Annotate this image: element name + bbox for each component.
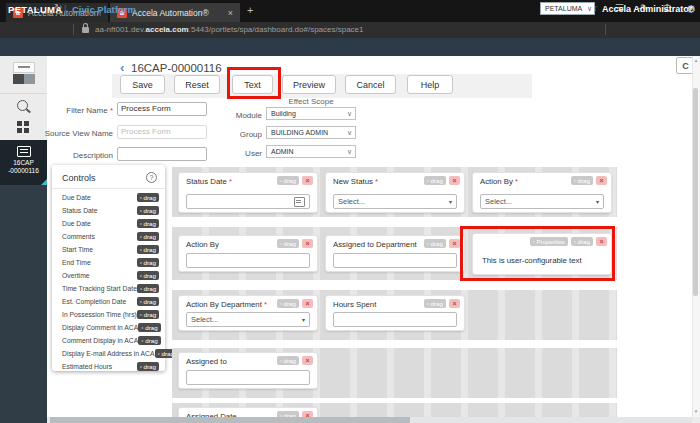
user-select[interactable]: ADMIN∨ bbox=[266, 145, 356, 158]
apps-grid-icon[interactable] bbox=[17, 121, 29, 133]
control-item-due-date: Due Date◦ drag bbox=[52, 191, 165, 204]
remove-field-button[interactable]: × bbox=[596, 176, 607, 185]
cancel-button[interactable]: Cancel bbox=[345, 75, 396, 94]
tab-title: Accela Automation® bbox=[132, 8, 223, 18]
gear-icon[interactable]: ⚙ bbox=[686, 3, 696, 16]
help-button[interactable]: Help bbox=[407, 75, 453, 94]
module-select[interactable]: Building∨ bbox=[266, 107, 356, 120]
drag-handle[interactable]: ◦ drag bbox=[137, 271, 159, 280]
drag-handle[interactable]: ◦ drag bbox=[571, 176, 593, 185]
drag-handle[interactable]: ◦ drag bbox=[137, 206, 159, 215]
control-item-time-tracking-start-date: Time Tracking Start Date◦ drag bbox=[52, 282, 165, 295]
back-chevron-icon[interactable]: ‹ bbox=[120, 60, 124, 75]
drag-handle[interactable]: ◦ drag bbox=[277, 239, 299, 248]
caret-down-icon: ▾ bbox=[596, 198, 599, 205]
assigned-to-input[interactable] bbox=[186, 370, 310, 385]
group-select[interactable]: BUILDING ADMIN∨ bbox=[266, 126, 356, 139]
scroll-up-icon[interactable]: ▲ bbox=[692, 58, 700, 63]
controls-panel: Controls ? Due Date◦ dragStatus Date◦ dr… bbox=[52, 165, 165, 371]
control-item-est-completion-date: Est. Completion Date◦ drag bbox=[52, 295, 165, 308]
drag-handle[interactable]: ◦ drag bbox=[137, 310, 159, 319]
remove-field-button[interactable]: × bbox=[302, 176, 313, 185]
screen: a Accela Automation® a Accela Automation… bbox=[0, 0, 700, 423]
drag-handle[interactable]: ◦ drag bbox=[137, 245, 159, 254]
drag-handle[interactable]: ◦ drag bbox=[137, 219, 159, 228]
drag-handle[interactable]: ◦ drag bbox=[138, 323, 160, 332]
product-name[interactable]: Civic Platform bbox=[72, 4, 136, 15]
control-item-label: Start Time bbox=[62, 246, 137, 253]
divider bbox=[0, 93, 47, 94]
tab-close-icon[interactable]: × bbox=[228, 8, 233, 18]
description-input[interactable] bbox=[117, 147, 207, 161]
remove-field-button[interactable]: × bbox=[449, 239, 460, 248]
drag-handle[interactable]: ◦ drag bbox=[137, 232, 159, 241]
control-item-in-possession-time-hrs: In Possession Time (hrs)◦ drag bbox=[52, 308, 165, 321]
control-item-label: Comment Display in ACA bbox=[62, 337, 138, 344]
agency-select-value: PETALUMA bbox=[545, 5, 582, 12]
remove-field-button[interactable]: × bbox=[449, 176, 460, 185]
assigned-to-card: ◦ drag×Assigned to bbox=[178, 352, 318, 389]
control-item-start-time: Start Time◦ drag bbox=[52, 243, 165, 256]
new-tab-button[interactable]: + bbox=[247, 4, 253, 16]
status-date-input[interactable] bbox=[186, 194, 310, 209]
save-button[interactable]: Save bbox=[120, 75, 165, 94]
control-item-label: Due Date bbox=[62, 194, 137, 201]
agency-select[interactable]: PETALUMA ∨ bbox=[540, 2, 595, 15]
url-text[interactable]: aa-nft001.dev.accela.com:5443/portlets/s… bbox=[95, 25, 364, 34]
drag-handle[interactable]: ◦ drag bbox=[137, 362, 159, 371]
chevron-down-icon: ∨ bbox=[347, 129, 352, 137]
drag-handle[interactable]: ◦ drag bbox=[137, 284, 159, 293]
filter-name-input[interactable]: Process Form bbox=[117, 102, 207, 116]
drag-handle[interactable]: ◦ drag bbox=[424, 299, 446, 308]
assigned-to-department-input[interactable] bbox=[333, 253, 457, 268]
scroll-down-icon[interactable]: ▼ bbox=[692, 409, 700, 414]
control-item-estimated-hours: Estimated Hours◦ drag bbox=[52, 360, 165, 373]
action-by-input[interactable] bbox=[186, 253, 310, 268]
hours-spent-card: ◦ drag×Hours Spent bbox=[325, 295, 465, 331]
drag-handle[interactable]: ◦ drag bbox=[424, 176, 446, 185]
group-label: Group bbox=[222, 130, 262, 139]
control-item-label: Comments bbox=[62, 233, 137, 240]
lock-icon bbox=[82, 27, 89, 33]
search-icon[interactable] bbox=[17, 100, 28, 111]
new-status-select[interactable]: Select...▾ bbox=[333, 194, 457, 209]
annotation-box-text-button bbox=[227, 67, 281, 99]
calendar-icon[interactable] bbox=[294, 197, 305, 207]
drag-handle[interactable]: ◦ drag bbox=[137, 193, 159, 202]
remove-field-button[interactable]: × bbox=[449, 299, 460, 308]
accela-logo-icon[interactable] bbox=[13, 62, 35, 84]
drag-handle[interactable]: ◦ drag bbox=[138, 336, 160, 345]
vertical-scrollbar-thumb[interactable] bbox=[693, 88, 698, 296]
divider bbox=[73, 24, 74, 35]
assigned-to-department-card: ◦ drag×Assigned to Department bbox=[325, 235, 465, 272]
remove-field-button[interactable]: × bbox=[302, 299, 313, 308]
preview-button[interactable]: Preview bbox=[282, 75, 336, 94]
field-label: New Status * bbox=[333, 177, 378, 186]
remove-field-button[interactable]: × bbox=[302, 239, 313, 248]
control-item-label: Due Date bbox=[62, 220, 137, 227]
record-doc-icon bbox=[17, 146, 31, 157]
remove-field-button[interactable]: × bbox=[302, 356, 313, 365]
divider bbox=[605, 24, 606, 35]
drag-handle[interactable]: ◦ drag bbox=[137, 297, 159, 306]
action-by-department-select[interactable]: Select...▾ bbox=[186, 312, 310, 327]
drag-handle[interactable]: ◦ drag bbox=[424, 239, 446, 248]
control-item-label: Display Comment in ACA bbox=[62, 324, 138, 331]
reset-button[interactable]: Reset bbox=[174, 75, 220, 94]
logged-in-user[interactable]: Accela Administrator bbox=[602, 4, 692, 14]
drag-handle[interactable]: ◦ drag bbox=[277, 299, 299, 308]
drag-handle[interactable]: ◦ drag bbox=[277, 356, 299, 365]
drag-handle[interactable]: ◦ drag bbox=[277, 176, 299, 185]
field-label: Action By * bbox=[480, 177, 518, 186]
horizontal-scrollbar-thumb[interactable] bbox=[50, 417, 410, 423]
control-item-label: End Time bbox=[62, 259, 137, 266]
page-title: 16CAP-00000116 bbox=[131, 62, 222, 74]
action-by-select[interactable]: Select...▾ bbox=[480, 194, 604, 209]
help-icon[interactable]: ? bbox=[146, 172, 157, 183]
chevron-down-icon: ∨ bbox=[347, 110, 352, 118]
control-item-display-comment-in-aca: Display Comment in ACA◦ drag bbox=[52, 321, 165, 334]
drag-handle[interactable]: ◦ drag bbox=[137, 258, 159, 267]
hours-spent-input[interactable] bbox=[333, 312, 457, 327]
source-view-name-input[interactable]: Process Form bbox=[117, 125, 207, 139]
control-item-comment-display-in-aca: Comment Display in ACA◦ drag bbox=[52, 334, 165, 347]
